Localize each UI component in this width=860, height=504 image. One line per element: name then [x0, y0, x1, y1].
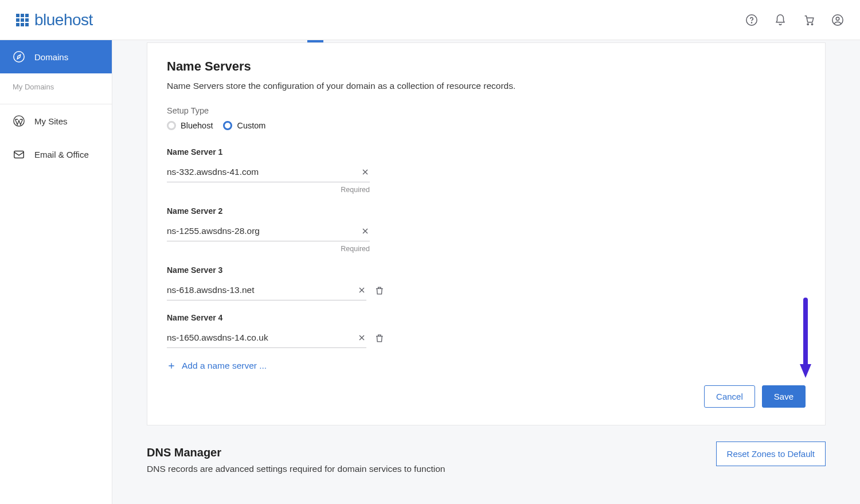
svg-rect-9 — [14, 151, 24, 158]
nameserver-group-1: Name Server 1 Required — [167, 147, 385, 194]
reset-zones-button[interactable]: Reset Zones to Default — [716, 442, 826, 466]
nameserver-input-4[interactable] — [167, 333, 357, 343]
clear-icon[interactable] — [357, 286, 366, 295]
nameserver-group-4: Name Server 4 — [167, 313, 385, 348]
trash-icon[interactable] — [374, 286, 385, 296]
setup-type-label: Setup Type — [167, 106, 806, 115]
radio-dot-icon — [167, 121, 176, 130]
svg-marker-7 — [17, 54, 21, 58]
cart-icon[interactable] — [803, 14, 815, 26]
radio-label: Bluehost — [181, 121, 213, 130]
dns-description: DNS records are advanced settings requir… — [147, 464, 491, 474]
sidebar-item-mysites[interactable]: My Sites — [0, 104, 112, 138]
clear-icon[interactable] — [357, 333, 366, 342]
sidebar-item-domains[interactable]: Domains — [0, 40, 112, 73]
svg-marker-11 — [800, 364, 811, 378]
sidebar: Domains My Domains My Sites Email & Offi… — [0, 40, 112, 504]
compass-icon — [13, 50, 25, 63]
nameserver-label: Name Server 3 — [167, 265, 385, 275]
svg-point-2 — [807, 24, 808, 25]
sidebar-item-email[interactable]: Email & Office — [0, 138, 112, 171]
sidebar-item-label: Domains — [34, 52, 68, 62]
sidebar-item-label: My Sites — [34, 116, 68, 126]
add-nameserver-label: Add a name server ... — [182, 361, 267, 371]
nameserver-label: Name Server 1 — [167, 147, 385, 157]
svg-point-3 — [811, 24, 812, 25]
setup-type-radio-group: Bluehost Custom — [167, 121, 806, 130]
add-nameserver-button[interactable]: Add a name server ... — [167, 361, 267, 371]
nameserver-input-2[interactable] — [167, 226, 361, 236]
nameserver-input-wrap — [167, 328, 366, 348]
nameserver-label: Name Server 4 — [167, 313, 385, 322]
form-actions: Cancel Save — [167, 385, 806, 408]
nameserver-input-1[interactable] — [167, 167, 361, 177]
svg-point-1 — [751, 22, 752, 23]
top-header: bluehost — [0, 0, 860, 40]
svg-point-6 — [14, 52, 24, 62]
save-button[interactable]: Save — [762, 385, 806, 408]
svg-point-5 — [836, 17, 839, 19]
sidebar-item-label: Email & Office — [34, 150, 89, 159]
annotation-arrow — [800, 298, 811, 380]
sidebar-sub-mydomains[interactable]: My Domains — [0, 73, 112, 104]
nameservers-card: Name Servers Name Servers store the conf… — [147, 42, 826, 425]
account-icon[interactable] — [831, 14, 844, 26]
card-title: Name Servers — [167, 59, 806, 74]
nameserver-label: Name Server 2 — [167, 206, 385, 216]
nameserver-input-wrap — [167, 162, 370, 182]
clear-icon[interactable] — [361, 167, 370, 177]
brand-text: bluehost — [34, 11, 93, 29]
card-description: Name Servers store the configuration of … — [167, 81, 806, 91]
plus-icon — [167, 361, 176, 370]
header-actions — [745, 14, 844, 26]
required-helper: Required — [167, 186, 370, 194]
nameserver-input-wrap — [167, 280, 366, 300]
radio-label: Custom — [237, 121, 265, 130]
mail-icon — [13, 148, 25, 161]
wordpress-icon — [13, 115, 25, 127]
brand-grid-icon — [16, 14, 29, 26]
brand-logo[interactable]: bluehost — [16, 11, 93, 29]
bell-icon[interactable] — [774, 14, 787, 26]
nameserver-input-3[interactable] — [167, 285, 357, 295]
cancel-button[interactable]: Cancel — [704, 385, 755, 408]
radio-dot-icon — [223, 121, 232, 130]
help-icon[interactable] — [745, 14, 758, 26]
radio-bluehost[interactable]: Bluehost — [167, 121, 213, 130]
clear-icon[interactable] — [361, 226, 370, 236]
radio-custom[interactable]: Custom — [223, 121, 265, 130]
trash-icon[interactable] — [374, 333, 385, 343]
nameserver-input-wrap — [167, 221, 370, 241]
nameserver-group-2: Name Server 2 Required — [167, 206, 385, 253]
nameserver-group-3: Name Server 3 — [167, 265, 385, 300]
required-helper: Required — [167, 245, 370, 253]
dns-manager-section: Reset Zones to Default DNS Manager DNS r… — [147, 442, 826, 474]
main-content: Name Servers Name Servers store the conf… — [112, 40, 860, 504]
